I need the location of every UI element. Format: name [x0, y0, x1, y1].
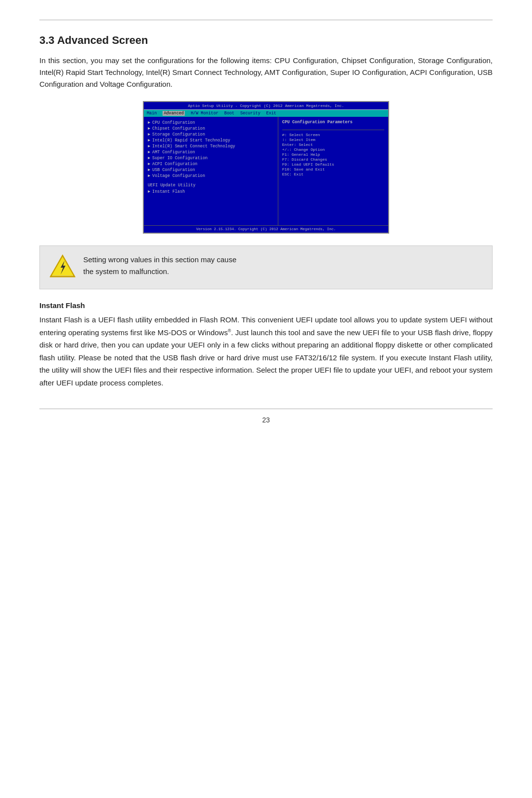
bios-title-bar: Aptio Setup Utility - Copyright (C) 2012…	[144, 102, 388, 110]
bios-screenshot: Aptio Setup Utility - Copyright (C) 2012…	[143, 101, 389, 234]
bios-left-panel: ► CPU Configuration ► Chipset Configurat…	[144, 117, 278, 225]
bios-nav-exit: Exit	[266, 111, 276, 116]
instant-flash-body: Instant Flash is a UEFI flash utility em…	[39, 313, 493, 389]
warning-icon	[50, 254, 75, 281]
warning-message: Setting wrong values in this section may…	[83, 254, 236, 278]
bios-keys-section: ⇄: Select Screen ↕: Select Item Enter: S…	[282, 130, 384, 176]
bios-nav-advanced: Advanced	[163, 111, 185, 116]
bios-key-f7: F7: Discard Changes	[282, 157, 384, 162]
bios-menu-usb: ► USB Configuration	[148, 167, 274, 173]
bios-menu-superio: ► Super IO Configuration	[148, 155, 274, 161]
page-number: 23	[39, 416, 493, 424]
bios-key-f1: F1: General Help	[282, 152, 384, 157]
bios-nav-bar: Main Advanced H/W Monitor Boot Security …	[144, 110, 388, 117]
bios-menu-smartconnect: ► Intel(R) Smart Connect Technology	[148, 143, 274, 149]
bios-key-f10: F10: Save and Exit	[282, 167, 384, 172]
section-number: 3.3	[39, 34, 55, 46]
bios-key-change: +/-: Change Option	[282, 147, 384, 152]
bios-help-header: CPU Configuration Parameters	[282, 120, 384, 125]
section-title-text: Advanced Screen	[57, 34, 148, 46]
bios-key-item: ↕: Select Item	[282, 137, 384, 142]
warning-box: Setting wrong values in this section may…	[39, 245, 493, 289]
bios-nav-hwmonitor: H/W Monitor	[191, 111, 218, 116]
bios-key-esc: ESC: Exit	[282, 172, 384, 176]
bios-menu-storage: ► Storage Configuration	[148, 132, 274, 138]
intro-paragraph: In this section, you may set the configu…	[39, 55, 493, 90]
bios-menu-amt: ► AMT Configuration	[148, 149, 274, 155]
bios-key-screen: ⇄: Select Screen	[282, 132, 384, 137]
bios-nav-main: Main	[147, 111, 157, 116]
bios-menu-cpu: ► CPU Configuration	[148, 120, 274, 126]
bios-uefi-label: UEFI Update Utility	[148, 183, 274, 188]
bios-content-area: ► CPU Configuration ► Chipset Configurat…	[144, 117, 388, 225]
bios-key-f9: F9: Load UEFI Defaults	[282, 162, 384, 167]
instant-flash-section: Instant Flash Instant Flash is a UEFI fl…	[39, 301, 493, 389]
bios-right-panel: CPU Configuration Parameters ⇄: Select S…	[278, 117, 388, 225]
top-rule	[39, 20, 493, 20]
bios-nav-boot: Boot	[224, 111, 234, 116]
section-title: 3.3 Advanced Screen	[39, 34, 493, 47]
bios-menu-chipset: ► Chipset Configuration	[148, 126, 274, 132]
warning-line1: Setting wrong values in this section may…	[83, 255, 236, 264]
instant-flash-title: Instant Flash	[39, 301, 493, 310]
bios-nav-security: Security	[240, 111, 261, 116]
bios-menu-instantflash: ► Instant Flash	[148, 189, 274, 195]
bios-menu-rapidstart: ► Intel(R) Rapid Start Technology	[148, 138, 274, 143]
warning-line2: the system to malfunction.	[83, 267, 169, 276]
bottom-rule	[39, 409, 493, 409]
bios-bottom-bar: Version 2.15.1234. Copyright (C) 2012 Am…	[144, 225, 388, 233]
bios-key-enter: Enter: Select	[282, 142, 384, 147]
bios-menu-voltage: ► Voltage Configuration	[148, 173, 274, 179]
bios-menu-acpi: ► ACPI Configuration	[148, 161, 274, 167]
